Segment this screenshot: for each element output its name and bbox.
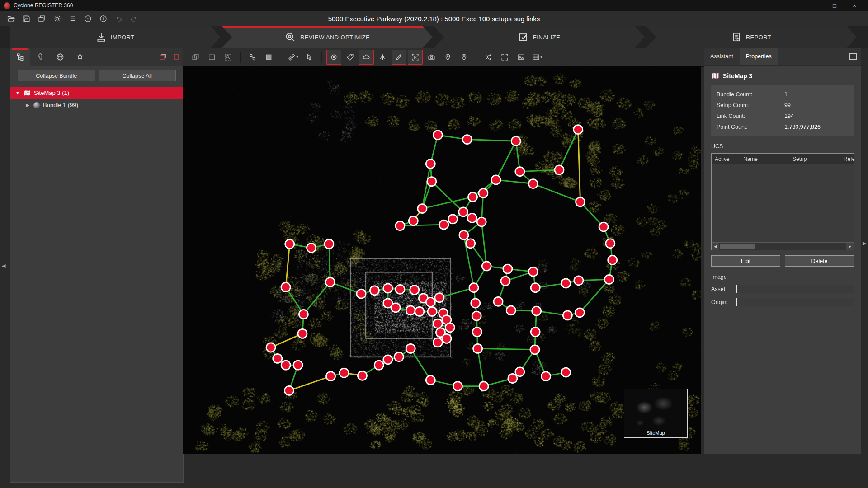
setup-node[interactable] xyxy=(326,372,335,381)
setup-link[interactable] xyxy=(478,348,484,386)
new-window-button[interactable] xyxy=(204,50,219,65)
setup-node[interactable] xyxy=(415,307,424,316)
setup-node[interactable] xyxy=(532,306,541,315)
setup-node[interactable] xyxy=(467,213,476,222)
settings-button[interactable] xyxy=(51,13,63,24)
grid-view-button[interactable]: ▾ xyxy=(530,50,545,65)
undo-button[interactable] xyxy=(112,13,125,24)
setup-link[interactable] xyxy=(439,288,474,298)
tree-item-bundle[interactable]: ▶ Bundle 1 (99) xyxy=(10,99,183,111)
close-button[interactable]: × xyxy=(844,0,864,11)
right-panel-collapse-handle[interactable]: ▶ xyxy=(863,240,868,246)
setup-link[interactable] xyxy=(422,197,473,209)
zoom-region-button[interactable] xyxy=(221,50,236,65)
image-overlay-button[interactable] xyxy=(514,50,528,65)
maximize-button[interactable]: □ xyxy=(825,0,844,11)
setup-link[interactable] xyxy=(478,348,535,349)
setup-node[interactable] xyxy=(541,372,550,381)
setup-node[interactable] xyxy=(285,239,294,249)
setup-node[interactable] xyxy=(599,222,608,231)
setup-node[interactable] xyxy=(445,323,454,332)
setup-node[interactable] xyxy=(501,277,510,286)
setup-node[interactable] xyxy=(469,283,478,292)
setup-node[interactable] xyxy=(281,282,290,291)
tab-favorites[interactable] xyxy=(70,48,90,66)
setup-link[interactable] xyxy=(286,244,290,287)
split-links-button[interactable] xyxy=(481,50,496,65)
dock-panel-button[interactable] xyxy=(170,48,183,66)
setup-node[interactable] xyxy=(383,355,392,364)
collapse-all-button[interactable]: Collapse All xyxy=(99,70,176,81)
setup-link[interactable] xyxy=(329,244,330,282)
setup-node[interactable] xyxy=(453,382,462,391)
origin-input[interactable] xyxy=(736,298,854,306)
setup-link[interactable] xyxy=(422,164,430,208)
redo-button[interactable] xyxy=(127,13,140,24)
tab-site-tree[interactable] xyxy=(10,48,30,66)
setup-node[interactable] xyxy=(491,175,500,184)
tab-finalize[interactable]: FINALIZE xyxy=(434,26,645,48)
panel-layout-button[interactable] xyxy=(845,48,861,65)
setup-node[interactable] xyxy=(293,361,302,370)
setup-link[interactable] xyxy=(533,184,580,202)
setup-node[interactable] xyxy=(426,298,435,307)
setup-node[interactable] xyxy=(307,244,316,253)
setup-node[interactable] xyxy=(418,204,427,213)
expand-caret-icon[interactable]: ▼ xyxy=(15,90,20,95)
user-location-button[interactable] xyxy=(457,50,472,65)
setup-node[interactable] xyxy=(508,374,517,383)
expand-caret-icon[interactable]: ▶ xyxy=(25,103,30,108)
scroll-thumb[interactable] xyxy=(720,244,755,249)
list-button[interactable] xyxy=(66,13,79,24)
setup-node[interactable] xyxy=(528,179,538,188)
setup-node[interactable] xyxy=(358,371,367,380)
setup-node[interactable] xyxy=(428,307,437,316)
setup-visibility-button[interactable] xyxy=(326,50,341,65)
setup-link[interactable] xyxy=(432,182,463,212)
setup-node[interactable] xyxy=(468,192,477,202)
setup-node[interactable] xyxy=(466,239,475,248)
setup-node[interactable] xyxy=(284,386,293,395)
scroll-left-icon[interactable]: ◀ xyxy=(712,243,719,250)
setup-node[interactable] xyxy=(325,239,334,249)
setup-node[interactable] xyxy=(448,215,457,224)
setup-node[interactable] xyxy=(479,382,488,391)
link-visibility-button[interactable] xyxy=(245,50,260,65)
ucs-table[interactable]: Active Name Setup Refe ◀ ▶ xyxy=(711,153,854,250)
open-project-button[interactable] xyxy=(5,13,17,24)
scroll-right-icon[interactable]: ▶ xyxy=(846,243,854,250)
tree-item-sitemap[interactable]: ▼ SiteMap 3 (1) xyxy=(10,87,183,99)
edit-button[interactable]: Edit xyxy=(711,255,780,267)
setup-link[interactable] xyxy=(467,140,516,141)
setup-node[interactable] xyxy=(506,306,515,315)
setup-node[interactable] xyxy=(326,277,335,286)
setup-node[interactable] xyxy=(604,275,613,284)
info-button[interactable]: i xyxy=(97,13,109,24)
setup-node[interactable] xyxy=(515,167,524,176)
setup-node[interactable] xyxy=(575,308,584,317)
float-panel-button[interactable] xyxy=(156,48,170,66)
setup-node[interactable] xyxy=(406,306,415,315)
setup-node[interactable] xyxy=(608,255,617,264)
screenshot-button[interactable] xyxy=(424,50,439,65)
setup-node[interactable] xyxy=(409,216,418,225)
setup-node[interactable] xyxy=(442,334,451,343)
annotate-button[interactable] xyxy=(392,50,406,65)
setup-link[interactable] xyxy=(559,130,578,170)
setup-node[interactable] xyxy=(459,207,468,216)
setup-node[interactable] xyxy=(477,217,486,226)
tab-geotags[interactable] xyxy=(50,48,70,66)
setup-node[interactable] xyxy=(606,239,615,248)
fit-view-button[interactable] xyxy=(497,50,512,65)
setup-node[interactable] xyxy=(383,284,392,293)
tab-assistant[interactable]: Assistant xyxy=(704,48,740,65)
collapse-bundle-button[interactable]: Collapse Bundle xyxy=(18,70,95,81)
setup-link[interactable] xyxy=(289,376,331,391)
setup-node[interactable] xyxy=(561,368,571,377)
tag-button[interactable] xyxy=(343,50,358,65)
setup-node[interactable] xyxy=(406,344,415,353)
setup-node[interactable] xyxy=(426,375,435,385)
setup-node[interactable] xyxy=(357,289,366,298)
setup-node[interactable] xyxy=(459,230,468,239)
background-color-button[interactable] xyxy=(261,50,276,65)
